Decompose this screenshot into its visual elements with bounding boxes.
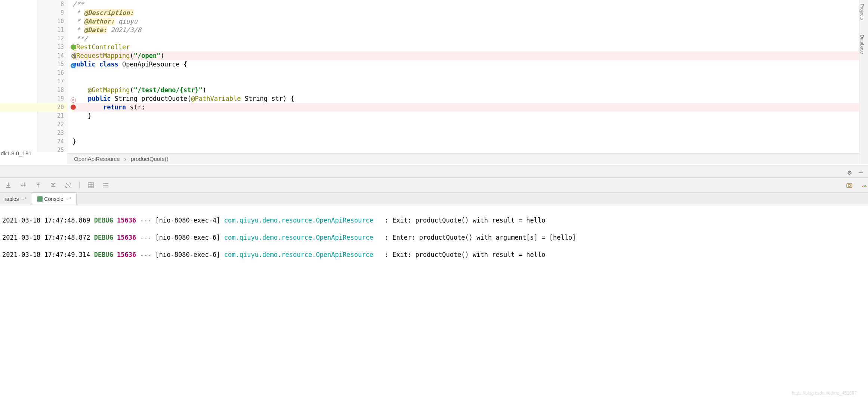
pin-icon: →* xyxy=(65,196,71,202)
line-number[interactable]: 11 xyxy=(37,26,67,34)
line-number[interactable]: 16 xyxy=(37,69,67,77)
keyword: class xyxy=(99,60,118,68)
doc-comment: /** xyxy=(72,0,84,8)
indent xyxy=(72,103,103,111)
download-all-icon[interactable] xyxy=(19,181,27,189)
doc-tag: @Author: xyxy=(84,18,115,25)
expression: str; xyxy=(126,103,145,111)
gauge-icon[interactable] xyxy=(861,181,868,189)
paren: ( xyxy=(130,52,134,59)
right-tool-rail: Projects Database xyxy=(859,0,868,164)
doc-text: * xyxy=(72,9,84,16)
tab-label: iables xyxy=(5,196,19,202)
annotation: @GetMapping xyxy=(88,86,130,94)
gear-icon[interactable]: ⚙ xyxy=(847,168,852,176)
line-number[interactable]: 18 xyxy=(37,86,67,94)
tab-variables[interactable]: iables→* xyxy=(0,193,32,205)
breadcrumb-class[interactable]: OpenApiResource xyxy=(72,156,121,162)
doc-tag: @Description: xyxy=(84,9,134,16)
line-number[interactable]: 22 xyxy=(37,120,67,129)
line-number[interactable]: 21 xyxy=(37,112,67,120)
line-number[interactable]: 23 xyxy=(37,129,67,137)
paren: ( xyxy=(130,86,134,94)
indent xyxy=(72,86,88,94)
debug-toolstrip: ⚙ — xyxy=(0,165,868,178)
jdk-label: dk1.8.0_181 xyxy=(1,150,32,156)
breakpoint-icon[interactable] xyxy=(69,104,76,111)
line-number[interactable]: 24 xyxy=(37,137,67,146)
watermark: https://blog.csdn.net/mo_451697 xyxy=(792,391,857,396)
spring-bean-icon[interactable] xyxy=(69,44,76,50)
doc-text: qiuyu xyxy=(115,18,138,25)
annotation: @RequestMapping xyxy=(72,52,130,59)
line-number[interactable]: 20 xyxy=(37,103,67,112)
svg-point-2 xyxy=(848,184,850,187)
keyword: return xyxy=(103,103,126,111)
paren: ) xyxy=(160,52,164,59)
line-number[interactable]: 13 xyxy=(37,43,67,52)
breadcrumb-method[interactable]: productQuote() xyxy=(129,156,170,162)
projects-tool[interactable]: Projects xyxy=(859,0,865,20)
doc-text: * xyxy=(72,18,84,25)
tab-label: Console xyxy=(44,196,63,202)
doc-tag: @Date: xyxy=(84,26,107,34)
line-number[interactable]: 19m xyxy=(37,94,67,103)
pin-icon: →* xyxy=(21,196,27,202)
debug-iconbar xyxy=(0,178,868,193)
paren: ) xyxy=(203,86,206,94)
brace: } xyxy=(72,112,92,119)
line-number[interactable]: 17 xyxy=(37,77,67,86)
mapping-icon[interactable]: m xyxy=(69,95,76,102)
parameter: str xyxy=(271,95,283,102)
console-icon xyxy=(37,196,43,202)
no-entry-icon[interactable] xyxy=(69,52,76,59)
annotation: @RestController xyxy=(72,43,130,51)
tab-console[interactable]: Console→* xyxy=(32,193,77,205)
line-number[interactable]: 8 xyxy=(37,0,67,9)
fold-strip[interactable] xyxy=(67,0,71,152)
string-literal: "/test/demo/{str}" xyxy=(134,86,203,94)
code-area[interactable]: /** * @Description: * @Author: qiuyu * @… xyxy=(71,0,859,152)
editor[interactable]: dk1.8.0_181 8 9 10 11 12 13 14 15c 16 17… xyxy=(0,0,859,152)
minimize-icon[interactable]: — xyxy=(859,168,863,176)
download-icon[interactable] xyxy=(4,181,12,189)
line-number[interactable]: 14 xyxy=(37,52,67,60)
line-number[interactable]: 12 xyxy=(37,34,67,43)
list-icon[interactable] xyxy=(102,181,109,189)
brace: { xyxy=(180,60,187,68)
brace: } xyxy=(72,138,76,145)
breadcrumb[interactable]: OpenApiResource › productQuote() xyxy=(67,153,859,164)
class-icon[interactable]: c xyxy=(69,61,76,68)
type: String xyxy=(115,95,138,102)
camera-icon[interactable] xyxy=(846,181,853,189)
line-number[interactable]: 9 xyxy=(37,9,67,17)
keyword: public xyxy=(88,95,111,102)
annotation: @PathVariable xyxy=(191,95,241,102)
paren: ) { xyxy=(283,95,294,102)
doc-text: * xyxy=(72,26,84,34)
paren: ( xyxy=(187,95,191,102)
type: String xyxy=(241,95,271,102)
debug-tabs: iables→* Console→* xyxy=(0,193,868,205)
doc-comment: **/ xyxy=(72,35,88,42)
class-name: OpenApiResource xyxy=(122,60,180,68)
line-number[interactable]: 25 xyxy=(37,146,67,155)
log-line: 2021-03-18 17:47:49.314 DEBUG 15636 --- … xyxy=(2,251,866,259)
shuffle-icon[interactable] xyxy=(49,181,57,189)
collapse-icon[interactable] xyxy=(64,181,72,189)
doc-text: 2021/3/8 xyxy=(107,26,141,34)
breadcrumb-separator: › xyxy=(123,156,128,162)
svg-rect-0 xyxy=(88,183,93,188)
log-line: 2021-03-18 17:47:48.872 DEBUG 15636 --- … xyxy=(2,233,866,242)
line-number[interactable]: 15c xyxy=(37,60,67,69)
table-icon[interactable] xyxy=(87,181,95,189)
keyword: public xyxy=(72,60,95,68)
line-gutter[interactable]: 8 9 10 11 12 13 14 15c 16 17 18 19m 20 2… xyxy=(37,0,67,152)
string-literal: "/open" xyxy=(134,52,161,59)
left-margin: dk1.8.0_181 xyxy=(0,0,37,152)
upload-icon[interactable] xyxy=(34,181,42,189)
database-tool[interactable]: Database xyxy=(859,31,865,54)
console-output[interactable]: 2021-03-18 17:47:48.869 DEBUG 15636 --- … xyxy=(0,206,868,398)
method-name: productQuote xyxy=(141,95,187,102)
line-number[interactable]: 10 xyxy=(37,17,67,26)
